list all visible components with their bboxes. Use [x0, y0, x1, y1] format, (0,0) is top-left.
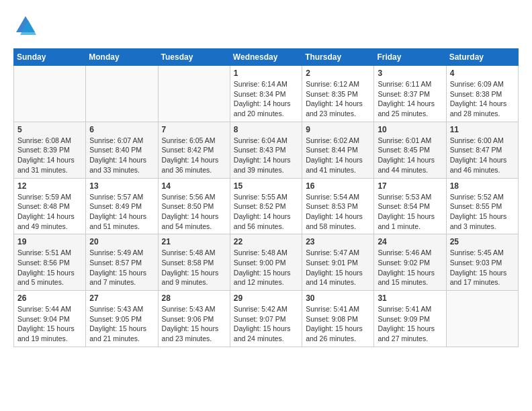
- weekday-header: Saturday: [446, 49, 518, 66]
- calendar-cell: 22 Sunrise: 5:48 AM Sunset: 9:00 PM Dayl…: [230, 234, 302, 291]
- calendar-cell: 10 Sunrise: 6:01 AM Sunset: 8:45 PM Dayl…: [374, 122, 446, 178]
- calendar-week-row: 26 Sunrise: 5:44 AM Sunset: 9:04 PM Dayl…: [14, 291, 519, 347]
- day-number: 11: [450, 125, 515, 134]
- calendar-cell: 16 Sunrise: 5:54 AM Sunset: 8:53 PM Dayl…: [302, 178, 374, 234]
- day-number: 2: [306, 68, 370, 78]
- calendar-cell: [446, 291, 518, 347]
- cell-content: Sunrise: 6:09 AM Sunset: 8:38 PM Dayligh…: [450, 79, 515, 119]
- cell-content: Sunrise: 5:41 AM Sunset: 9:08 PM Dayligh…: [306, 304, 370, 344]
- weekday-header: Monday: [86, 49, 158, 66]
- calendar-cell: 31 Sunrise: 5:41 AM Sunset: 9:09 PM Dayl…: [374, 291, 446, 347]
- cell-content: Sunrise: 5:56 AM Sunset: 8:50 PM Dayligh…: [162, 192, 226, 232]
- weekday-header: Tuesday: [158, 49, 230, 66]
- cell-content: Sunrise: 6:00 AM Sunset: 8:47 PM Dayligh…: [450, 136, 515, 175]
- calendar-cell: 15 Sunrise: 5:55 AM Sunset: 8:52 PM Dayl…: [230, 178, 302, 234]
- calendar-cell: [14, 66, 86, 122]
- cell-content: Sunrise: 6:05 AM Sunset: 8:42 PM Dayligh…: [162, 136, 226, 175]
- day-number: 4: [450, 68, 515, 78]
- calendar-cell: 4 Sunrise: 6:09 AM Sunset: 8:38 PM Dayli…: [446, 66, 518, 122]
- day-number: 9: [306, 125, 370, 134]
- day-number: 15: [234, 181, 298, 191]
- cell-content: Sunrise: 5:49 AM Sunset: 8:57 PM Dayligh…: [89, 248, 154, 287]
- day-number: 13: [89, 181, 154, 191]
- logo: [13, 13, 40, 38]
- day-number: 18: [450, 181, 515, 191]
- weekday-header-row: SundayMondayTuesdayWednesdayThursdayFrid…: [14, 49, 519, 66]
- calendar-cell: 19 Sunrise: 5:51 AM Sunset: 8:56 PM Dayl…: [14, 234, 86, 291]
- calendar-cell: 11 Sunrise: 6:00 AM Sunset: 8:47 PM Dayl…: [446, 122, 518, 178]
- day-number: 19: [17, 237, 82, 246]
- day-number: 10: [378, 125, 442, 134]
- weekday-header: Thursday: [302, 49, 374, 66]
- day-number: 22: [234, 237, 298, 246]
- day-number: 24: [378, 237, 442, 246]
- cell-content: Sunrise: 5:51 AM Sunset: 8:56 PM Dayligh…: [17, 248, 82, 287]
- calendar-cell: 2 Sunrise: 6:12 AM Sunset: 8:35 PM Dayli…: [302, 66, 374, 122]
- calendar-cell: 17 Sunrise: 5:53 AM Sunset: 8:54 PM Dayl…: [374, 178, 446, 234]
- cell-content: Sunrise: 6:12 AM Sunset: 8:35 PM Dayligh…: [306, 79, 370, 119]
- cell-content: Sunrise: 5:42 AM Sunset: 9:07 PM Dayligh…: [234, 304, 298, 344]
- calendar-cell: [158, 66, 230, 122]
- calendar-week-row: 5 Sunrise: 6:08 AM Sunset: 8:39 PM Dayli…: [14, 122, 519, 178]
- day-number: 16: [306, 181, 370, 191]
- calendar-cell: 23 Sunrise: 5:47 AM Sunset: 9:01 PM Dayl…: [302, 234, 374, 291]
- calendar-cell: [86, 66, 158, 122]
- day-number: 6: [89, 125, 154, 134]
- day-number: 8: [234, 125, 298, 134]
- cell-content: Sunrise: 5:45 AM Sunset: 9:03 PM Dayligh…: [450, 248, 515, 287]
- cell-content: Sunrise: 6:01 AM Sunset: 8:45 PM Dayligh…: [378, 136, 442, 175]
- day-number: 7: [162, 125, 226, 134]
- cell-content: Sunrise: 5:41 AM Sunset: 9:09 PM Dayligh…: [378, 304, 442, 344]
- cell-content: Sunrise: 5:44 AM Sunset: 9:04 PM Dayligh…: [17, 304, 82, 344]
- cell-content: Sunrise: 6:08 AM Sunset: 8:39 PM Dayligh…: [17, 136, 82, 175]
- day-number: 5: [17, 125, 82, 134]
- calendar-cell: 29 Sunrise: 5:42 AM Sunset: 9:07 PM Dayl…: [230, 291, 302, 347]
- cell-content: Sunrise: 5:48 AM Sunset: 9:00 PM Dayligh…: [234, 248, 298, 287]
- cell-content: Sunrise: 5:52 AM Sunset: 8:55 PM Dayligh…: [450, 192, 515, 232]
- calendar-cell: 13 Sunrise: 5:57 AM Sunset: 8:49 PM Dayl…: [86, 178, 158, 234]
- calendar-cell: 21 Sunrise: 5:48 AM Sunset: 8:58 PM Dayl…: [158, 234, 230, 291]
- calendar-cell: 1 Sunrise: 6:14 AM Sunset: 8:34 PM Dayli…: [230, 66, 302, 122]
- cell-content: Sunrise: 5:53 AM Sunset: 8:54 PM Dayligh…: [378, 192, 442, 232]
- cell-content: Sunrise: 6:04 AM Sunset: 8:43 PM Dayligh…: [234, 136, 298, 175]
- calendar-cell: 9 Sunrise: 6:02 AM Sunset: 8:44 PM Dayli…: [302, 122, 374, 178]
- calendar-week-row: 1 Sunrise: 6:14 AM Sunset: 8:34 PM Dayli…: [14, 66, 519, 122]
- calendar-cell: 8 Sunrise: 6:04 AM Sunset: 8:43 PM Dayli…: [230, 122, 302, 178]
- day-number: 20: [89, 237, 154, 246]
- cell-content: Sunrise: 5:46 AM Sunset: 9:02 PM Dayligh…: [378, 248, 442, 287]
- page-header: [13, 13, 519, 38]
- calendar-cell: 7 Sunrise: 6:05 AM Sunset: 8:42 PM Dayli…: [158, 122, 230, 178]
- cell-content: Sunrise: 6:14 AM Sunset: 8:34 PM Dayligh…: [234, 79, 298, 119]
- logo-icon: [13, 13, 38, 38]
- day-number: 25: [450, 237, 515, 246]
- cell-content: Sunrise: 6:11 AM Sunset: 8:37 PM Dayligh…: [378, 79, 442, 119]
- day-number: 27: [89, 293, 154, 303]
- calendar-cell: 6 Sunrise: 6:07 AM Sunset: 8:40 PM Dayli…: [86, 122, 158, 178]
- day-number: 21: [162, 237, 226, 246]
- day-number: 26: [17, 293, 82, 303]
- calendar-week-row: 19 Sunrise: 5:51 AM Sunset: 8:56 PM Dayl…: [14, 234, 519, 291]
- calendar-cell: 12 Sunrise: 5:59 AM Sunset: 8:48 PM Dayl…: [14, 178, 86, 234]
- cell-content: Sunrise: 5:55 AM Sunset: 8:52 PM Dayligh…: [234, 192, 298, 232]
- day-number: 23: [306, 237, 370, 246]
- cell-content: Sunrise: 5:48 AM Sunset: 8:58 PM Dayligh…: [162, 248, 226, 287]
- day-number: 31: [378, 293, 442, 303]
- day-number: 17: [378, 181, 442, 191]
- calendar-cell: 28 Sunrise: 5:43 AM Sunset: 9:06 PM Dayl…: [158, 291, 230, 347]
- day-number: 30: [306, 293, 370, 303]
- weekday-header: Wednesday: [230, 49, 302, 66]
- calendar-cell: 25 Sunrise: 5:45 AM Sunset: 9:03 PM Dayl…: [446, 234, 518, 291]
- day-number: 29: [234, 293, 298, 303]
- cell-content: Sunrise: 5:57 AM Sunset: 8:49 PM Dayligh…: [89, 192, 154, 232]
- calendar-cell: 24 Sunrise: 5:46 AM Sunset: 9:02 PM Dayl…: [374, 234, 446, 291]
- cell-content: Sunrise: 5:54 AM Sunset: 8:53 PM Dayligh…: [306, 192, 370, 232]
- cell-content: Sunrise: 5:43 AM Sunset: 9:06 PM Dayligh…: [162, 304, 226, 344]
- day-number: 12: [17, 181, 82, 191]
- calendar-table: SundayMondayTuesdayWednesdayThursdayFrid…: [13, 48, 519, 347]
- calendar-cell: 14 Sunrise: 5:56 AM Sunset: 8:50 PM Dayl…: [158, 178, 230, 234]
- cell-content: Sunrise: 6:07 AM Sunset: 8:40 PM Dayligh…: [89, 136, 154, 175]
- calendar-cell: 3 Sunrise: 6:11 AM Sunset: 8:37 PM Dayli…: [374, 66, 446, 122]
- cell-content: Sunrise: 6:02 AM Sunset: 8:44 PM Dayligh…: [306, 136, 370, 175]
- calendar-cell: 26 Sunrise: 5:44 AM Sunset: 9:04 PM Dayl…: [14, 291, 86, 347]
- day-number: 28: [162, 293, 226, 303]
